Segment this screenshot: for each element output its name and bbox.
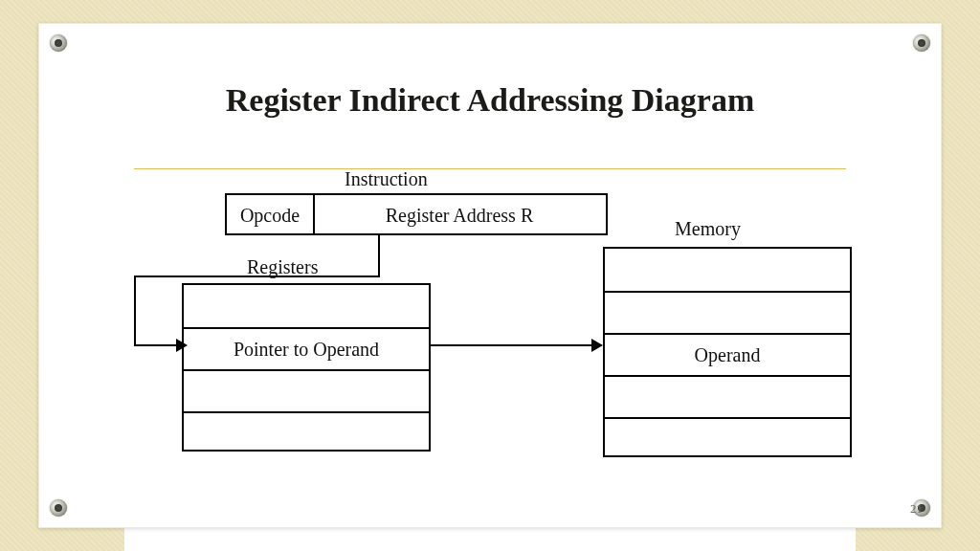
memory-label: Memory xyxy=(675,218,741,240)
memory-row-divider xyxy=(605,375,850,377)
memory-row-divider xyxy=(605,417,850,419)
eyelet-icon xyxy=(50,34,67,52)
connector-line xyxy=(134,344,182,346)
pointer-to-operand-cell: Pointer to Operand xyxy=(184,339,429,361)
page-number: 21 xyxy=(910,501,923,517)
slide-background: Register Indirect Addressing Diagram Ins… xyxy=(0,0,980,551)
connector-line xyxy=(431,344,597,346)
memory-row-divider xyxy=(605,291,850,293)
registers-row-divider xyxy=(184,411,429,413)
eyelet-icon xyxy=(50,499,67,517)
eyelet-icon xyxy=(913,34,930,52)
instruction-box: Opcode Register Address R xyxy=(225,193,608,235)
connector-line xyxy=(134,276,380,277)
registers-box: Pointer to Operand xyxy=(182,283,431,452)
connector-line xyxy=(378,235,380,277)
instruction-label: Instruction xyxy=(345,168,428,190)
opcode-cell: Opcode xyxy=(227,205,313,227)
arrowhead-icon xyxy=(591,339,603,352)
diagram-overflow-strip xyxy=(124,526,856,551)
arrowhead-icon xyxy=(176,339,188,352)
title-divider xyxy=(134,168,846,169)
connector-line xyxy=(134,276,136,346)
slide-title: Register Indirect Addressing Diagram xyxy=(38,82,942,119)
registers-row-divider xyxy=(184,327,429,329)
registers-row-divider xyxy=(184,369,429,371)
slide-paper: Register Indirect Addressing Diagram Ins… xyxy=(38,23,942,528)
operand-cell: Operand xyxy=(605,344,850,366)
memory-box: Operand xyxy=(603,247,852,457)
register-address-cell: Register Address R xyxy=(313,205,606,227)
memory-row-divider xyxy=(605,333,850,335)
